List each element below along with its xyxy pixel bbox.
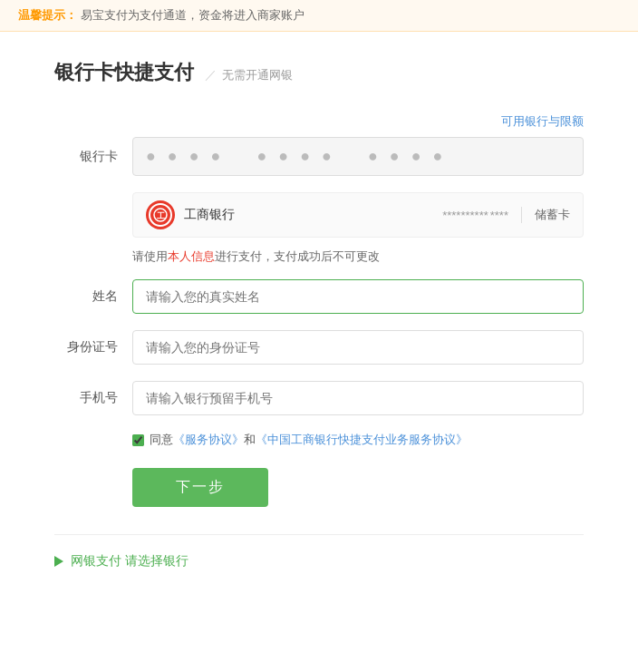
bank-card-row: 银行卡 xyxy=(54,137,584,176)
phone-label: 手机号 xyxy=(54,390,118,406)
submit-button[interactable]: 下一步 xyxy=(132,468,268,507)
bank-info-row: 工 工商银行 ************** 储蓄卡 xyxy=(132,192,584,238)
notice-highlight: 本人信息 xyxy=(168,249,215,263)
svg-text:工: 工 xyxy=(157,211,165,220)
id-label: 身份证号 xyxy=(54,339,118,355)
bank-card-number: ************** xyxy=(442,209,508,222)
online-bank-label: 网银支付 请选择银行 xyxy=(71,553,188,570)
available-limit-link[interactable]: 可用银行与限额 xyxy=(54,113,584,130)
divider xyxy=(54,534,584,535)
name-row: 姓名 xyxy=(54,279,584,314)
bank-logo-icon: 工 xyxy=(153,208,168,222)
name-input[interactable] xyxy=(132,279,584,314)
bank-card-label: 银行卡 xyxy=(54,149,118,165)
agree-and: 和 xyxy=(244,432,256,448)
warning-label: 温馨提示： xyxy=(18,8,77,22)
agreement-checkbox[interactable] xyxy=(132,434,144,446)
bank-card-input[interactable] xyxy=(132,137,584,176)
phone-input[interactable] xyxy=(132,381,584,415)
agreement1-link[interactable]: 《服务协议》 xyxy=(173,432,244,448)
name-label: 姓名 xyxy=(54,288,118,305)
bank-name: 工商银行 xyxy=(184,207,442,223)
agreement-row: 同意 《服务协议》 和 《中国工商银行快捷支付业务服务协议》 xyxy=(132,432,584,448)
phone-row: 手机号 xyxy=(54,381,584,415)
notice-text1: 请使用 xyxy=(132,249,168,263)
id-input[interactable] xyxy=(132,330,584,365)
notice-text2: 进行支付，支付成功后不可更改 xyxy=(215,249,380,263)
id-row: 身份证号 xyxy=(54,330,584,365)
warning-bar: 温馨提示： 易宝支付为支付通道，资金将进入商家账户 xyxy=(0,0,638,32)
bank-card-display xyxy=(132,137,584,176)
bank-logo: 工 xyxy=(146,200,175,229)
triangle-icon xyxy=(54,556,63,567)
online-bank-row[interactable]: 网银支付 请选择银行 xyxy=(54,553,584,570)
bank-card-type: 储蓄卡 xyxy=(521,207,570,223)
warning-text: 易宝支付为支付通道，资金将进入商家账户 xyxy=(81,8,304,22)
agree-text: 同意 xyxy=(150,432,173,448)
bank-logo-inner: 工 xyxy=(149,203,172,227)
agreement2-link[interactable]: 《中国工商银行快捷支付业务服务协议》 xyxy=(256,432,468,448)
page-title: 银行卡快捷支付 xyxy=(54,59,194,86)
page-subtitle: 无需开通网银 xyxy=(205,67,293,83)
notice-row: 请使用本人信息进行支付，支付成功后不可更改 xyxy=(132,248,584,265)
